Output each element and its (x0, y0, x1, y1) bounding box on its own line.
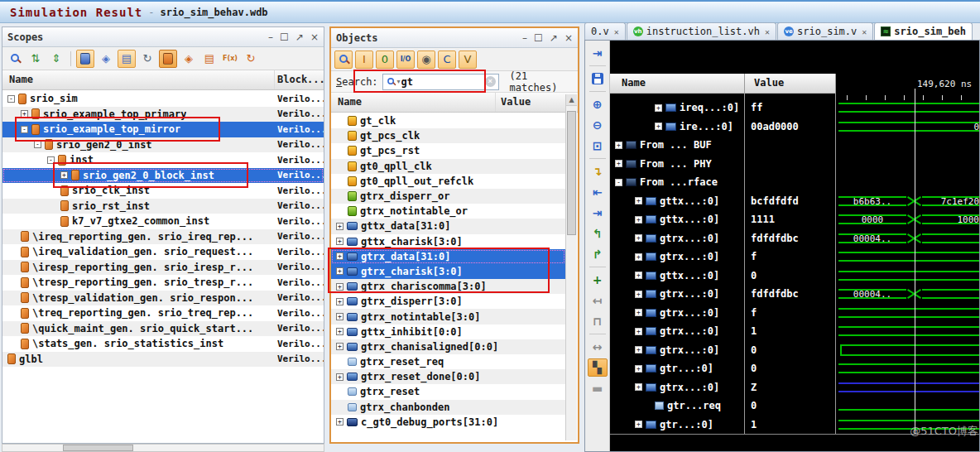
previous-transition-icon[interactable]: ⇤ (588, 183, 608, 201)
list-item[interactable]: gt_pcs_rst (331, 143, 565, 158)
maximize-button[interactable]: ☐ (280, 31, 289, 43)
expand-icon[interactable]: + (336, 298, 343, 305)
wave-signal-row[interactable]: +gttx...:0] (610, 192, 744, 211)
collapse-icon[interactable]: - (34, 141, 41, 148)
expand-icon[interactable]: + (635, 346, 642, 353)
packages-filter-icon[interactable]: ◈ (97, 50, 115, 68)
expand-icon[interactable]: + (336, 313, 343, 320)
goto-time-icon[interactable]: ⇥ (588, 44, 608, 62)
zoom-in-icon[interactable]: ⊕ (588, 95, 608, 113)
name-value-divider[interactable] (744, 74, 745, 434)
expand-icon[interactable]: + (635, 197, 642, 204)
expand-icon[interactable]: + (635, 383, 642, 391)
column-divider[interactable] (274, 70, 275, 89)
fit-width-icon[interactable]: ↔ (588, 338, 608, 356)
list-item[interactable]: +gttx_charisk[3:0] (331, 234, 565, 249)
expand-icon[interactable]: + (615, 142, 622, 149)
expand-icon[interactable]: + (635, 421, 642, 428)
wave-signal-row[interactable]: +gtr...:0] (610, 416, 744, 435)
tree-row[interactable]: -srio_simVerilo... (2, 91, 324, 107)
expand-icon[interactable]: + (655, 123, 662, 130)
expand-all-icon[interactable]: ⇕ (47, 50, 65, 68)
wave-signal-row[interactable]: +gttx...:0] (610, 267, 744, 286)
instances-orange-icon[interactable] (159, 50, 177, 68)
tab-0-v[interactable]: 0.v✕ (584, 22, 626, 40)
minimize-button[interactable]: – (268, 31, 273, 43)
list-item[interactable]: gtrx_reset (331, 384, 565, 399)
tree-row[interactable]: srio_rst_instVerilo... (2, 199, 324, 214)
wave-signal-row[interactable]: +gtrx...:0] (610, 304, 744, 323)
expand-icon[interactable]: + (635, 272, 642, 279)
list-item[interactable]: gt_clk (331, 113, 565, 128)
wave-signal-row[interactable]: +gtrx...:0] (610, 341, 744, 360)
wave-signal-row[interactable]: +From ... BUF (610, 136, 744, 155)
expand-icon[interactable]: + (635, 234, 642, 242)
list-item[interactable]: +gtrx_reset_done[0:0] (331, 369, 565, 384)
tree-row[interactable]: \quick_maint_gen. srio_quick_start...Ver… (2, 321, 324, 337)
list-item[interactable]: +c_gt0_debug_ports[31:0] (331, 415, 565, 430)
close-tab-icon[interactable]: ✕ (614, 27, 619, 36)
list-item[interactable]: +gttx_inhibit[0:0] (331, 325, 565, 339)
collapse-icon[interactable]: - (7, 95, 15, 103)
expand-icon[interactable]: + (336, 373, 343, 381)
wave-signal-row[interactable]: +gtrx...:0] (610, 248, 744, 267)
save-icon[interactable] (588, 70, 608, 88)
reload-orange-icon[interactable]: ↻ (242, 50, 260, 68)
tree-row[interactable]: \iresp_reporting_gen. srio_iresp_r...Ver… (2, 260, 324, 276)
functions-icon[interactable]: F(x) (221, 50, 239, 68)
constants-filter-icon[interactable]: C (438, 50, 456, 69)
redo-icon[interactable]: ↱ (588, 245, 608, 263)
wave-canvas[interactable]: 0b6b63..7c1ef200000100000004..00004.. (838, 99, 980, 451)
expand-icon[interactable]: + (635, 328, 642, 335)
expand-icon[interactable]: + (336, 418, 343, 426)
step-icon[interactable]: ⊓ (588, 312, 608, 330)
list-item[interactable]: gtrx_reset_req (331, 354, 565, 369)
expand-icon[interactable]: + (635, 216, 642, 224)
expand-icon[interactable]: + (336, 238, 343, 245)
expand-icon[interactable]: + (635, 309, 642, 316)
zoom-out-icon[interactable]: ⊖ (588, 116, 608, 134)
wave-signal-row[interactable]: +gttx...:0] (610, 210, 744, 229)
tree-row[interactable]: \tresp_validation_gen. srio_respon...Ver… (2, 291, 324, 306)
wave-signal-row[interactable]: +gtrx...:0] (610, 229, 744, 248)
expand-icon[interactable]: + (336, 343, 343, 350)
list-item[interactable]: +gtrx_notintable[3:0] (331, 309, 565, 324)
list-item[interactable]: gt_pcs_clk (331, 128, 565, 143)
list-item[interactable]: +gttx_data[31:0] (331, 219, 565, 233)
expand-icon[interactable]: + (336, 328, 343, 335)
wave-cursor[interactable] (915, 89, 915, 434)
close-tab-icon[interactable]: ✕ (765, 27, 770, 36)
float-button[interactable]: ↗ (550, 32, 558, 44)
inputs-filter-icon[interactable]: I (355, 50, 373, 69)
list-item[interactable]: gt0_qpll_clk (331, 159, 565, 174)
tab-instruction-list-vh[interactable]: vhinstruction_list.vh✕ (627, 22, 776, 40)
wave-signal-row[interactable]: +gtrx...:0] (610, 322, 744, 341)
tree-row[interactable]: \stats_gen. srio_statistics_instVerilo..… (2, 336, 324, 352)
list-item[interactable]: gtrx_disperr_or (331, 189, 565, 204)
undo-icon[interactable]: ↰ (588, 224, 608, 243)
list-item[interactable]: gtrx_notintable_or (331, 204, 565, 219)
scroll-up-arrow[interactable]: ▲ (566, 94, 577, 106)
list-item[interactable]: +gtrx_disperr[3:0] (331, 294, 565, 309)
tab-srio-sim-v[interactable]: vesrio_sim.v✕ (777, 22, 873, 40)
expand-icon[interactable]: + (635, 253, 642, 261)
variables-filter-icon[interactable]: V (459, 50, 477, 69)
collapse-icon[interactable]: - (615, 179, 622, 186)
reload-icon[interactable]: ↻ (138, 50, 156, 68)
close-tab-icon[interactable]: ✕ (862, 27, 867, 36)
tree-row[interactable]: \ireq_validation_gen. srio_request...Ver… (2, 244, 324, 260)
search-icon[interactable] (334, 50, 353, 69)
search-icon[interactable] (6, 50, 24, 68)
previous-edge-icon[interactable]: ↤ (588, 291, 608, 310)
list-item[interactable]: +gtrx_chanisaligned[0:0] (331, 339, 565, 354)
instances-filter-icon[interactable] (76, 50, 94, 68)
wave-signal-row[interactable]: +gtrx...:0] (610, 285, 744, 304)
tree-row[interactable]: glblVerilo... (2, 352, 324, 368)
scrollbar-thumb[interactable] (567, 111, 576, 235)
value-wave-divider[interactable] (835, 74, 836, 434)
expand-icon[interactable]: + (336, 223, 343, 230)
window-titlebar[interactable]: Simulation Result - srio_sim_behav.wdb (0, 0, 980, 23)
close-button[interactable]: × (564, 32, 573, 44)
wave-signal-row[interactable]: -From ...rface (610, 173, 744, 192)
add-signal-icon[interactable]: + (588, 271, 608, 289)
